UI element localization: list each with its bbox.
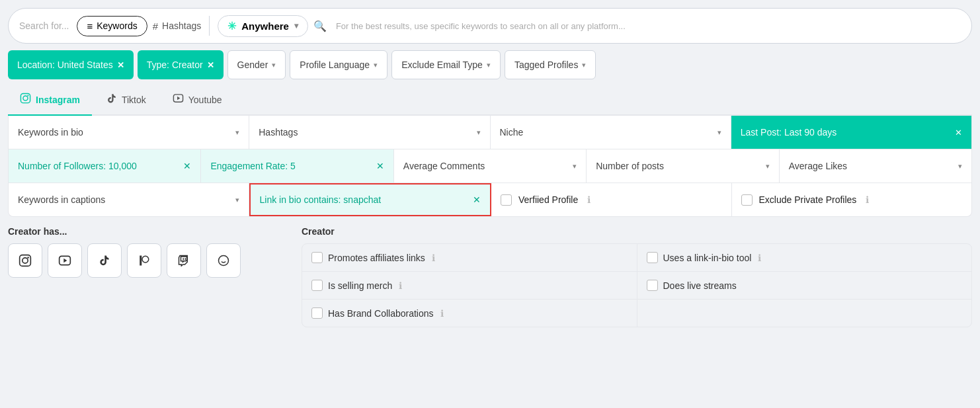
last-post-cell[interactable]: Last Post: Last 90 days ✕ [731, 116, 971, 149]
svg-rect-5 [20, 255, 31, 266]
last-post-close-icon[interactable]: ✕ [955, 128, 962, 138]
keywords-in-bio-cell[interactable]: Keywords in bio ▾ [9, 116, 249, 149]
anywhere-label: Anywhere [241, 20, 289, 32]
platform-filter-grid: Keywords in bio ▾ Hashtags ▾ Niche ▾ Las… [8, 116, 972, 217]
link-in-bio-tool-info-icon[interactable]: ℹ [758, 253, 761, 263]
anywhere-button[interactable]: ✳ Anywhere ▾ [218, 15, 308, 37]
link-in-bio-tool-checkbox[interactable] [647, 252, 658, 263]
keywords-button[interactable]: ≡ Keywords [77, 16, 147, 36]
location-close-icon[interactable]: ✕ [117, 60, 124, 70]
creator-box: Creator Promotes affiliates links ℹ Uses… [302, 226, 972, 327]
verified-profile-label: Verfiied Profile [518, 194, 578, 205]
engagement-rate-cell[interactable]: Engagement Rate: 5 ✕ [201, 149, 393, 183]
filter-bar: Location: United States ✕ Type: Creator … [8, 50, 972, 79]
creator-has-icon-grid [8, 243, 286, 278]
search-hint: For the best results, use specific keywo… [336, 21, 961, 31]
is-selling-merch-info-icon[interactable]: ℹ [399, 280, 402, 291]
is-selling-merch-label: Is selling merch [328, 280, 392, 291]
creator-has-instagram[interactable] [8, 243, 42, 278]
list-icon: ≡ [87, 20, 93, 32]
has-brand-collaborations-label: Has Brand Collaborations [328, 308, 434, 319]
filter-row-2: Number of Followers: 10,000 ✕ Engagement… [9, 149, 971, 183]
creator-has-other[interactable] [206, 243, 241, 278]
tab-youtube[interactable]: Youtube [161, 86, 234, 116]
svg-point-6 [22, 258, 28, 263]
profile-language-label: Profile Language [300, 60, 370, 70]
is-selling-merch-cell: Is selling merch ℹ [302, 272, 637, 299]
platform-tabs: Instagram Tiktok Youtube [8, 86, 972, 116]
type-close-icon[interactable]: ✕ [207, 60, 214, 70]
svg-point-2 [27, 95, 28, 97]
last-post-label: Last Post: Last 90 days [741, 127, 837, 138]
creator-has-section: Creator has... [8, 226, 286, 327]
search-for-label: Search for... [19, 20, 69, 31]
gender-chevron-icon: ▾ [272, 61, 276, 69]
profile-language-chevron-icon: ▾ [374, 61, 378, 69]
search-bar: Search for... ≡ Keywords # Hashtags ✳ An… [8, 8, 972, 44]
svg-rect-0 [20, 93, 30, 102]
is-selling-merch-checkbox[interactable] [311, 280, 323, 291]
exclude-email-dropdown[interactable]: Exclude Email Type ▾ [391, 50, 501, 79]
does-live-streams-cell: Does live streams [637, 272, 972, 299]
exclude-private-checkbox[interactable] [741, 194, 753, 206]
hashtags-cell[interactable]: Hashtags ▾ [249, 116, 490, 149]
exclude-private-info-icon[interactable]: ℹ [866, 194, 869, 205]
niche-label: Niche [500, 127, 524, 138]
exclude-email-chevron-icon: ▾ [487, 61, 491, 69]
keywords-bio-chevron-icon: ▾ [235, 128, 239, 137]
hashtags-button[interactable]: # Hashtags [153, 20, 202, 32]
has-brand-collaborations-info-icon[interactable]: ℹ [440, 308, 444, 319]
hashtags-filter-label: Hashtags [259, 127, 298, 138]
keywords-in-bio-label: Keywords in bio [18, 127, 83, 138]
keywords-in-captions-cell[interactable]: Keywords in captions ▾ [9, 183, 249, 216]
chevron-down-icon: ▾ [294, 21, 298, 30]
filter-row-1: Keywords in bio ▾ Hashtags ▾ Niche ▾ Las… [9, 116, 971, 149]
verified-info-icon[interactable]: ℹ [587, 194, 591, 205]
creator-has-tiktok[interactable] [87, 243, 122, 278]
followers-close-icon[interactable]: ✕ [183, 161, 191, 171]
tab-tiktok[interactable]: Tiktok [95, 86, 158, 116]
average-likes-cell[interactable]: Average Likes ▾ [780, 149, 971, 183]
exclude-private-cell: Exclude Private Profiles ℹ [732, 183, 972, 216]
creator-has-youtube[interactable] [48, 243, 82, 278]
creator-row-3: Has Brand Collaborations ℹ [302, 300, 971, 327]
creator-box-title: Creator [302, 226, 972, 237]
engagement-close-icon[interactable]: ✕ [376, 161, 384, 171]
verified-profile-cell: Verfiied Profile ℹ [491, 183, 732, 216]
link-bio-close-icon[interactable]: ✕ [473, 194, 481, 205]
svg-point-1 [23, 96, 28, 101]
hashtags-chevron-icon: ▾ [477, 128, 481, 137]
type-tag-label: Type: Creator [147, 60, 203, 70]
average-comments-label: Average Comments [403, 161, 485, 171]
does-live-streams-checkbox[interactable] [647, 280, 658, 291]
empty-cell [637, 300, 972, 327]
type-filter-tag[interactable]: Type: Creator ✕ [138, 50, 224, 79]
niche-chevron-icon: ▾ [717, 128, 721, 137]
number-of-posts-cell[interactable]: Number of posts ▾ [587, 149, 779, 183]
posts-chevron-icon: ▾ [766, 162, 770, 171]
tagged-profiles-dropdown[interactable]: Tagged Profiles ▾ [505, 50, 596, 79]
verified-checkbox[interactable] [501, 194, 512, 206]
link-in-bio-cell[interactable]: Link in bio contains: snapchat ✕ [249, 183, 492, 216]
keywords-captions-label: Keywords in captions [18, 194, 105, 205]
link-in-bio-tool-label: Uses a link-in-bio tool [663, 253, 752, 263]
does-live-streams-label: Does live streams [663, 280, 737, 291]
gender-dropdown[interactable]: Gender ▾ [227, 50, 286, 79]
youtube-label: Youtube [188, 95, 222, 105]
followers-cell[interactable]: Number of Followers: 10,000 ✕ [9, 149, 201, 183]
engagement-rate-label: Engagement Rate: 5 [210, 161, 295, 171]
niche-cell[interactable]: Niche ▾ [491, 116, 731, 149]
captions-chevron-icon: ▾ [235, 196, 239, 204]
tab-instagram[interactable]: Instagram [8, 86, 92, 116]
spinner-icon: ✳ [227, 20, 236, 32]
profile-language-dropdown[interactable]: Profile Language ▾ [290, 50, 388, 79]
tiktok-icon [106, 93, 117, 106]
has-brand-collaborations-checkbox[interactable] [311, 307, 323, 319]
promotes-affiliates-checkbox[interactable] [311, 252, 323, 263]
creator-has-patreon[interactable] [127, 243, 161, 278]
avg-comments-chevron-icon: ▾ [573, 162, 577, 171]
creator-has-twitch[interactable] [167, 243, 201, 278]
promotes-affiliates-info-icon[interactable]: ℹ [432, 253, 435, 263]
average-comments-cell[interactable]: Average Comments ▾ [394, 149, 587, 183]
location-filter-tag[interactable]: Location: United States ✕ [8, 50, 134, 79]
